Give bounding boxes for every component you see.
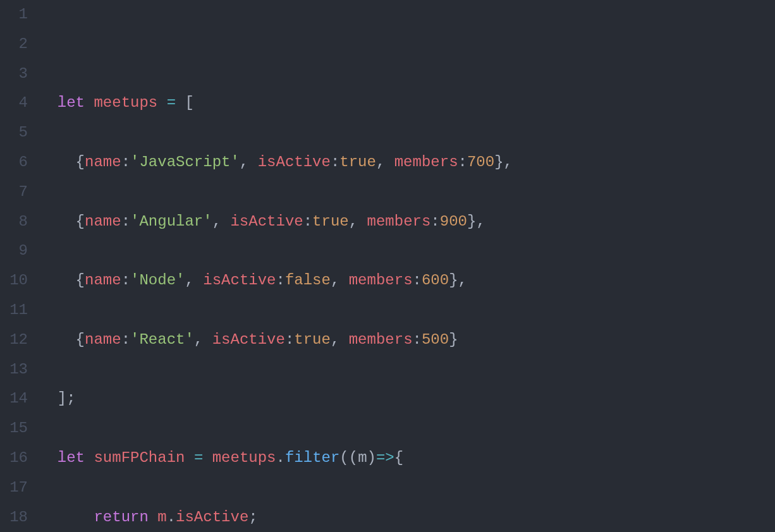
keyword-let: let [58, 94, 85, 111]
punct-colon: : [413, 331, 422, 348]
punct-lbrace: { [76, 154, 85, 171]
punct-semi: ; [248, 509, 257, 526]
punct-colon: : [121, 272, 130, 289]
code-line[interactable]: let sumFPChain = meetups.filter((m)=>{ [39, 444, 775, 473]
punct-comma: , [349, 213, 358, 230]
property: members [367, 213, 431, 230]
code-line[interactable]: {name:'Angular', isActive:true, members:… [39, 207, 775, 237]
code-line[interactable]: ]; [39, 384, 775, 414]
punct-lparen: ( [349, 449, 358, 466]
code-editor[interactable]: 1 2 3 4 5 6 7 8 9 10 11 12 13 14 15 16 1… [0, 0, 775, 532]
line-number: 1 [0, 0, 28, 30]
code-content[interactable]: let meetups = [ {name:'JavaScript', isAc… [39, 0, 775, 532]
punct-comma: , [212, 213, 221, 230]
line-number-gutter: 1 2 3 4 5 6 7 8 9 10 11 12 13 14 15 16 1… [0, 0, 39, 532]
code-line[interactable]: {name:'JavaScript', isActive:true, membe… [39, 148, 775, 178]
arrow: => [376, 449, 394, 466]
number: 700 [467, 154, 494, 171]
line-number: 18 [0, 503, 28, 532]
punct-lbrace: { [76, 213, 85, 230]
line-number: 3 [0, 59, 28, 89]
punct-rbrack: ] [58, 390, 66, 407]
boolean: false [285, 272, 331, 289]
punct-dot: . [276, 449, 285, 466]
property: name [85, 154, 121, 171]
string: 'Angular' [130, 213, 212, 230]
punct-colon: : [331, 154, 339, 171]
method-filter: filter [285, 449, 339, 466]
line-number: 11 [0, 296, 28, 325]
operator-assign: = [167, 94, 176, 111]
boolean: true [312, 213, 349, 230]
line-number: 13 [0, 355, 28, 385]
boolean: true [294, 331, 331, 348]
code-line[interactable]: {name:'Node', isActive:false, members:60… [39, 266, 775, 296]
punct-lbrace: { [76, 331, 85, 348]
line-number: 9 [0, 236, 28, 266]
punct-lbrack: [ [185, 94, 193, 111]
line-number: 12 [0, 325, 28, 355]
punct-lparen: ( [339, 449, 348, 466]
line-number: 15 [0, 414, 28, 444]
punct-lbrace: { [394, 449, 403, 466]
param: m [358, 449, 367, 466]
line-number: 17 [0, 473, 28, 503]
punct-rbrace: } [467, 213, 476, 230]
property: name [85, 331, 121, 348]
punct-comma: , [376, 154, 385, 171]
property: isActive [176, 509, 248, 526]
identifier: meetups [94, 94, 157, 111]
punct-rbrace: } [494, 154, 503, 171]
identifier: meetups [212, 449, 276, 466]
boolean: true [339, 154, 376, 171]
code-line[interactable]: {name:'React', isActive:true, members:50… [39, 325, 775, 355]
punct-colon: : [121, 331, 130, 348]
punct-colon: : [430, 213, 439, 230]
code-line[interactable] [39, 30, 775, 59]
string: 'JavaScript' [130, 154, 240, 171]
punct-comma: , [240, 154, 248, 171]
property: members [394, 154, 458, 171]
punct-comma: , [331, 272, 339, 289]
property: isActive [258, 154, 331, 171]
punct-comma: , [331, 331, 339, 348]
identifier: m [157, 509, 166, 526]
punct-colon: : [121, 213, 130, 230]
punct-lbrace: { [76, 272, 85, 289]
line-number: 16 [0, 444, 28, 473]
punct-rbrace: } [449, 331, 458, 348]
number: 900 [440, 213, 467, 230]
property: isActive [203, 272, 276, 289]
line-number: 2 [0, 30, 28, 59]
punct-rparen: ) [367, 449, 376, 466]
punct-rbrace: } [449, 272, 458, 289]
line-number: 8 [0, 207, 28, 237]
keyword-return: return [94, 509, 148, 526]
line-number: 14 [0, 384, 28, 414]
punct-colon: : [413, 272, 422, 289]
line-number: 10 [0, 266, 28, 296]
property: name [85, 272, 121, 289]
punct-comma: , [185, 272, 193, 289]
property: members [349, 272, 413, 289]
line-number: 7 [0, 178, 28, 207]
property: members [349, 331, 413, 348]
property: name [85, 213, 121, 230]
string: 'Node' [130, 272, 185, 289]
line-number: 4 [0, 88, 28, 118]
punct-dot: . [167, 509, 176, 526]
property: isActive [230, 213, 303, 230]
line-number: 5 [0, 118, 28, 148]
code-line[interactable]: return m.isActive; [39, 503, 775, 532]
punct-comma: , [194, 331, 203, 348]
number: 500 [422, 331, 449, 348]
punct-comma: , [504, 154, 513, 171]
punct-comma: , [476, 213, 485, 230]
punct-colon: : [458, 154, 467, 171]
number: 600 [422, 272, 449, 289]
code-line[interactable]: let meetups = [ [39, 88, 775, 118]
keyword-let: let [58, 449, 85, 466]
punct-colon: : [121, 154, 130, 171]
punct-colon: : [276, 272, 284, 289]
punct-comma: , [458, 272, 467, 289]
